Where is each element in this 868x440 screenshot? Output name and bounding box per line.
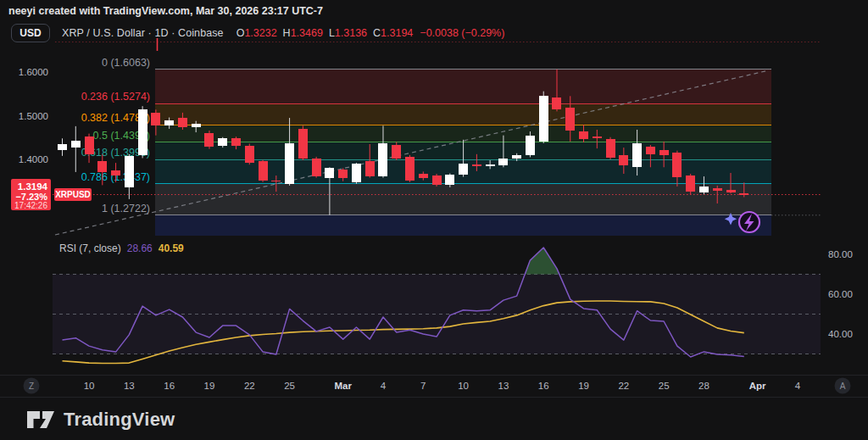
ohlc-high-label: H — [283, 27, 291, 39]
price-badge-value: 1.3194 — [18, 181, 48, 192]
fib-band-0 — [155, 70, 771, 104]
candle-Mar-16[interactable] — [539, 92, 548, 143]
candle-Feb-9[interactable] — [71, 126, 81, 172]
fib-label-0: 0 (1.6063) — [102, 57, 150, 69]
time-tick-Apr[interactable]: Apr — [749, 381, 766, 391]
rsi-ma-value: 40.59 — [159, 242, 184, 254]
time-tick-4[interactable]: 4 — [795, 381, 801, 391]
fib-band-0.236 — [155, 103, 771, 125]
candle-Mar-2[interactable] — [352, 163, 361, 184]
chart-canvas[interactable]: 0 (1.6063)0.236 (1.5274)0.382 (1.4787)0.… — [0, 0, 868, 440]
time-tick-4[interactable]: 4 — [381, 381, 387, 391]
price-tick-1.5000: 1.5000 — [19, 111, 48, 121]
candle-Feb-27[interactable] — [312, 157, 321, 178]
time-tick-7[interactable]: 7 — [420, 381, 426, 391]
fib-band-0.382 — [155, 125, 771, 142]
ohlc-open-label: O — [236, 27, 245, 39]
ohlc-close-value: 1.3194 — [381, 27, 413, 39]
rsi-params: (7, close) — [79, 242, 120, 254]
left-axis-badge-letter: Z — [29, 382, 34, 391]
candle-Mar-21[interactable] — [606, 137, 615, 159]
candle-Feb-19[interactable] — [204, 131, 214, 149]
time-tick-10[interactable]: 10 — [84, 381, 95, 391]
rsi-indicator-label[interactable]: RSI (7, close) 28.66 40.59 — [59, 242, 184, 254]
fib-band-1 — [155, 215, 771, 236]
time-tick-25[interactable]: 25 — [284, 381, 295, 391]
time-tick-22[interactable]: 22 — [244, 381, 255, 391]
time-tick-13[interactable]: 13 — [124, 381, 135, 391]
fib-band-0.786 — [155, 184, 771, 215]
ohlc-open-value: 1.3232 — [244, 27, 276, 39]
ticker-row: USD XRP / U.S. Dollar · 1D · Coinbase O1… — [0, 22, 868, 44]
price-badge-countdown: 17:42:26 — [14, 201, 47, 210]
time-tick-16[interactable]: 16 — [538, 381, 549, 391]
time-tick-25[interactable]: 25 — [659, 381, 670, 391]
candle-Feb-22[interactable] — [245, 143, 254, 164]
ohlc-close-label: C — [373, 27, 381, 39]
time-tick-19[interactable]: 19 — [578, 381, 589, 391]
ohlc-low-value: 1.3136 — [335, 27, 367, 39]
attribution: neeyi created with TradingView.com, Mar … — [0, 0, 868, 22]
rsi-name: RSI — [59, 242, 76, 254]
candle-Mar-6[interactable] — [405, 155, 415, 182]
candle-Mar-8[interactable] — [432, 174, 442, 187]
time-tick-28[interactable]: 28 — [698, 381, 709, 391]
candle-Feb-26[interactable] — [298, 125, 308, 160]
price-badge-change: −7.23% — [15, 192, 47, 202]
fib-label-1: 1 (1.2722) — [102, 203, 150, 214]
screenshot-root: neeyi created with TradingView.com, Mar … — [0, 0, 868, 440]
time-tick-Mar[interactable]: Mar — [334, 381, 352, 391]
time-tick-10[interactable]: 10 — [458, 381, 469, 391]
rsi-value: 28.66 — [127, 242, 153, 254]
symbol-chip-text: XRPUSD — [55, 190, 91, 199]
price-tick-1.6000: 1.6000 — [19, 67, 48, 77]
candle-Mar-27[interactable] — [686, 174, 695, 194]
rsi-tick-40.00: 40.00 — [828, 329, 853, 339]
ohlc-values: O1.3232 H1.3469 L1.3136 C1.3194 −0.0038 … — [231, 27, 505, 39]
time-tick-13[interactable]: 13 — [498, 381, 509, 391]
time-tick-16[interactable]: 16 — [164, 381, 175, 391]
candle-Feb-23[interactable] — [259, 160, 268, 182]
candle-Feb-8[interactable] — [58, 138, 67, 156]
footer: TradingView — [0, 398, 868, 440]
price-tick-1.4000: 1.4000 — [19, 154, 48, 164]
currency-button[interactable]: USD — [11, 24, 50, 42]
candle-Feb-14[interactable] — [138, 106, 147, 158]
rsi-tick-60.00: 60.00 — [828, 289, 853, 299]
time-tick-19[interactable]: 19 — [204, 381, 215, 391]
ohlc-high-value: 1.3469 — [291, 27, 323, 39]
time-tick-22[interactable]: 22 — [618, 381, 629, 391]
rsi-tick-80.00: 80.00 — [828, 249, 853, 259]
symbol-title[interactable]: XRP / U.S. Dollar · 1D · Coinbase — [62, 27, 224, 39]
fib-label-0.236: 0.236 (1.5274) — [81, 91, 150, 103]
right-axis-badge-letter: A — [840, 382, 846, 391]
candle-Feb-13[interactable] — [125, 154, 134, 199]
tradingview-brand-text[interactable]: TradingView — [64, 409, 175, 431]
ohlc-low-label: L — [329, 27, 335, 39]
price-change: −0.0038 (−0.29%) — [420, 27, 504, 39]
tradingview-logo-icon — [26, 410, 55, 429]
